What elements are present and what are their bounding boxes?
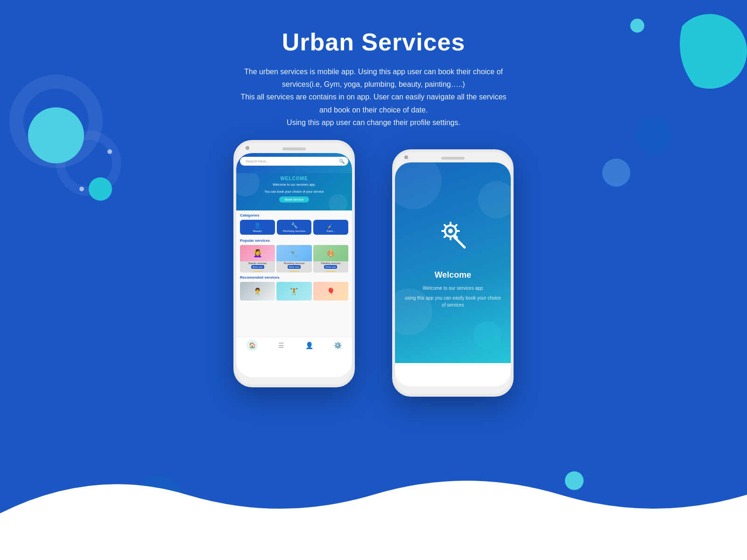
beauty-icon: 👤	[242, 222, 273, 229]
beauty-stars: ★★★★★	[240, 270, 275, 273]
painting-book-btn[interactable]: Book now	[324, 265, 337, 269]
plumbing-stars: ★★★★★	[276, 270, 311, 273]
beauty-label: Beauty	[242, 230, 273, 232]
recom-item-decor[interactable]: 🎈	[313, 282, 348, 301]
nav-settings[interactable]: ⚙️	[334, 342, 342, 349]
recom-item-fitness[interactable]: 🏋️	[276, 282, 311, 301]
popular-item-beauty[interactable]: 💆‍♀️ Beauty services Book now ★★★★★	[240, 245, 275, 273]
nav-home[interactable]: 🏠	[247, 340, 258, 351]
painting-label: Paini...	[315, 230, 346, 232]
search-bar[interactable]: Search here... 🔍	[240, 157, 348, 166]
book-service-button[interactable]: Book service	[279, 196, 309, 203]
deco-right-teal-small	[630, 19, 644, 33]
deco-right-teal-blob	[672, 14, 747, 89]
painting-stars: ★★★★★	[313, 270, 348, 273]
welcome-screen-sub: Welcome to our services app	[423, 285, 483, 292]
welcome-circle-4	[473, 321, 501, 349]
banner-sub2: You can book your choice of your service	[240, 189, 348, 194]
deco-right-blue	[602, 159, 630, 187]
beauty-service-label: Beauty services	[240, 261, 275, 265]
welcome-screen: Welcome Welcome to our services app usin…	[395, 162, 511, 363]
deco-white-dot-2	[79, 187, 84, 191]
plumbing-label: Plumbing services	[279, 230, 310, 232]
welcome-banner: WELCOME Welcome to our servives app. You…	[236, 173, 352, 210]
phone-2-speaker	[441, 157, 465, 160]
painting-service-label: Painting services	[313, 261, 348, 265]
fitness-img: 🏋️	[276, 282, 311, 301]
phone-2: Welcome Welcome to our services app usin…	[392, 149, 514, 397]
categories-title: Categories	[240, 213, 348, 217]
nav-list[interactable]: ☰	[278, 342, 284, 349]
app-header: Search here... 🔍	[236, 153, 352, 173]
categories-row: 👤 Beauty 🔧 Plumbing services 🖌️ Paini...	[240, 220, 348, 235]
search-icon: 🔍	[339, 159, 345, 164]
banner-title: WELCOME	[240, 176, 348, 181]
category-painting[interactable]: 🖌️ Paini...	[313, 220, 348, 235]
painting-img: 🎨	[313, 245, 348, 261]
deco-white-dot-1	[107, 149, 112, 154]
popular-item-plumbing[interactable]: 🔧 Plumbing services Book now ★★★★★	[276, 245, 311, 273]
welcome-circle-1	[395, 162, 442, 209]
plumbing-icon: 🔧	[279, 222, 310, 229]
phone-1: Search here... 🔍 WELCOME Welcome to our …	[233, 140, 355, 387]
page-description: The urben services is mobile app. Using …	[210, 65, 537, 129]
bottom-wave	[0, 457, 747, 560]
plumbing-service-label: Plumbing services	[276, 261, 311, 265]
nav-profile[interactable]: 👤	[305, 342, 313, 349]
phone-1-speaker	[282, 147, 306, 150]
welcome-circle-2	[478, 181, 511, 218]
banner-content: WELCOME Welcome to our servives app. You…	[240, 176, 348, 203]
category-plumbing[interactable]: 🔧 Plumbing services	[277, 220, 312, 235]
page-title: Urban Services	[210, 28, 537, 56]
app-body: Categories 👤 Beauty 🔧 Plumbing services …	[236, 210, 352, 336]
painting-icon: 🖌️	[315, 222, 346, 229]
beauty-img: 💆‍♀️	[240, 245, 275, 261]
doctor-img: 👨‍⚕️	[240, 282, 275, 301]
svg-point-1	[448, 229, 453, 233]
phone-1-camera	[246, 146, 249, 150]
svg-line-10	[455, 238, 465, 247]
banner-sub1: Welcome to our servives app.	[240, 182, 348, 187]
deco-teal-circle-small	[89, 177, 112, 201]
plumbing-img: 🔧	[276, 245, 311, 261]
svg-line-6	[444, 225, 446, 227]
popular-grid: 💆‍♀️ Beauty services Book now ★★★★★ 🔧 Pl…	[240, 245, 348, 273]
phone-2-camera	[404, 155, 408, 159]
category-beauty[interactable]: 👤 Beauty	[240, 220, 275, 235]
svg-line-8	[455, 225, 457, 227]
plumbing-book-btn[interactable]: Book now	[288, 265, 301, 269]
deco-teal-circle-large	[28, 107, 84, 163]
page-header: Urban Services The urben services is mob…	[210, 28, 537, 129]
deco-far-right-circle	[635, 117, 672, 154]
welcome-screen-desc: using this app you can easily book your …	[404, 294, 501, 308]
phone-1-screen: Search here... 🔍 WELCOME Welcome to our …	[236, 153, 352, 377]
recommended-title: Recomended services	[240, 275, 348, 280]
search-placeholder-text: Search here...	[244, 159, 339, 163]
phone-2-screen: Welcome Welcome to our services app usin…	[395, 162, 511, 386]
app-screen: Search here... 🔍 WELCOME Welcome to our …	[236, 153, 352, 354]
svg-line-9	[444, 235, 446, 237]
recommended-grid: 👨‍⚕️ 🏋️ 🎈	[240, 282, 348, 301]
welcome-screen-circles	[395, 162, 511, 363]
popular-item-painting[interactable]: 🎨 Painting services Book now ★★★★★	[313, 245, 348, 273]
gear-wrench-icon	[434, 217, 472, 261]
phones-container: Search here... 🔍 WELCOME Welcome to our …	[233, 140, 514, 397]
recom-item-doctor[interactable]: 👨‍⚕️	[240, 282, 275, 301]
phone-2-topbar	[395, 152, 511, 162]
welcome-screen-title: Welcome	[435, 270, 472, 280]
beauty-book-btn[interactable]: Book now	[251, 265, 264, 269]
decor-img: 🎈	[313, 282, 348, 301]
popular-title: Popular services	[240, 238, 348, 243]
bottom-nav: 🏠 ☰ 👤 ⚙️	[236, 336, 352, 354]
phone-1-topbar	[236, 143, 352, 153]
